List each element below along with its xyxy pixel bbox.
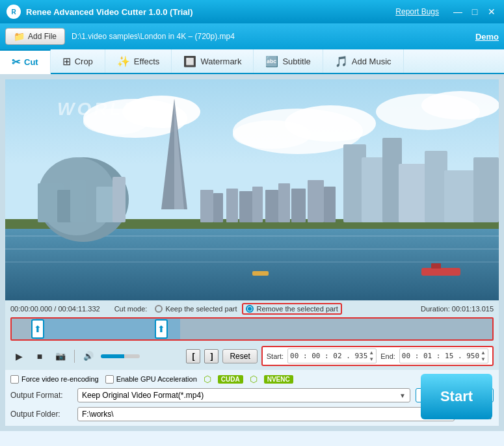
gpu-icon-nvidia2: ⬡ (250, 374, 258, 384)
tab-effects[interactable]: ✨ Effects (105, 49, 172, 73)
tab-subtitle[interactable]: 🔤 Subtitle (254, 49, 323, 73)
svg-text:WORLD: WORLD (57, 99, 139, 119)
time-inputs-box: Start: 00 : 00 : 02 . 935 ▲ ▼ End: 00 : … (261, 346, 494, 366)
svg-rect-31 (200, 190, 213, 222)
report-bugs-link[interactable]: Report Bugs (395, 7, 439, 16)
toolbar: 📁 Add File D:\1.video samples\London in … (0, 23, 504, 49)
add-file-button[interactable]: 📁 Add File (5, 28, 65, 45)
start-up-spinner[interactable]: ▲ (369, 350, 374, 356)
end-time-input[interactable]: 00 : 01 : 15 . 950 ▲ ▼ (399, 348, 488, 363)
end-down-spinner[interactable]: ▼ (481, 356, 486, 363)
snapshot-button[interactable]: 📷 (52, 348, 69, 365)
add-file-icon: 📁 (14, 31, 25, 42)
end-spinners: ▲ ▼ (481, 350, 486, 362)
video-player: WORLD (5, 79, 499, 300)
titlebar: R Renee Advanced Video Cutter 1.0.0 (Tri… (0, 0, 504, 23)
tab-crop[interactable]: ⊞ Crop (51, 49, 105, 73)
enable-gpu-check (105, 375, 114, 384)
enable-gpu-label: Enable GPU Acceleration (116, 375, 197, 383)
enable-gpu-checkbox[interactable]: Enable GPU Acceleration (105, 375, 197, 384)
tab-subtitle-label: Subtitle (282, 57, 310, 66)
tab-cut-label: Cut (24, 57, 38, 67)
output-folder-path[interactable]: F:\works\ (77, 407, 455, 421)
force-reencode-checkbox[interactable]: Force video re-encoding (10, 375, 99, 384)
output-format-select[interactable]: Keep Original Video Format(*.mp4) ▼ (77, 388, 410, 402)
svg-rect-38 (291, 189, 306, 222)
svg-rect-23 (113, 177, 126, 222)
start-time-input[interactable]: 00 : 00 : 02 . 935 ▲ ▼ (287, 348, 377, 363)
trim-track (12, 319, 492, 339)
timeline-area: 00:00:00.000 / 00:04:11.332 Cut mode: Ke… (5, 300, 499, 370)
svg-rect-12 (5, 248, 499, 250)
mark-in-button[interactable]: [ (186, 349, 200, 363)
stop-button[interactable]: ■ (31, 348, 48, 365)
current-time-display: 00:00:00.000 / 00:04:11.332 (10, 305, 100, 313)
svg-rect-35 (252, 187, 263, 222)
trim-handle-left[interactable]: ⬆ (31, 319, 44, 339)
remove-selected-radio[interactable]: Remove the selected part (246, 305, 338, 313)
file-path-display: D:\1.video samples\London in 4K – (720p)… (72, 32, 475, 41)
keep-radio-circle (155, 305, 163, 313)
maximize-button[interactable]: □ (469, 6, 481, 18)
tab-cut[interactable]: ✂ Cut (0, 49, 51, 74)
end-time-value: 00 : 01 : 15 . 950 (402, 352, 479, 360)
trim-slider[interactable]: ⬆ ⬆ (10, 317, 494, 341)
force-reencode-label: Force video re-encoding (21, 375, 99, 383)
minimize-button[interactable]: — (452, 6, 464, 18)
end-up-spinner[interactable]: ▲ (481, 350, 486, 356)
app-logo: R (7, 5, 21, 19)
svg-rect-21 (70, 180, 86, 222)
svg-rect-41 (421, 268, 460, 276)
mark-out-button[interactable]: ] (204, 349, 219, 363)
start-button[interactable]: Start (421, 374, 492, 419)
cuda-badge: CUDA (218, 375, 243, 384)
svg-point-8 (421, 91, 499, 120)
start-down-spinner[interactable]: ▼ (369, 356, 374, 363)
time-info-row: 00:00:00.000 / 00:04:11.332 Cut mode: Ke… (10, 303, 494, 315)
volume-button[interactable]: 🔊 (80, 348, 97, 365)
play-button[interactable]: ▶ (10, 348, 27, 365)
window-controls: — □ ✕ (452, 6, 497, 18)
svg-rect-42 (431, 263, 441, 269)
keep-label: Keep the selected part (165, 305, 237, 313)
duration-display: Duration: 00:01:13.015 (421, 305, 494, 313)
remove-label: Remove the selected part (256, 305, 338, 313)
tab-addmusic[interactable]: 🎵 Add Music (323, 49, 404, 73)
tab-effects-label: Effects (134, 57, 160, 66)
duration-value: 00:01:13.015 (452, 305, 494, 313)
svg-point-6 (233, 120, 311, 149)
output-format-label: Output Format: (10, 391, 72, 400)
remove-radio-dot (248, 307, 252, 311)
tab-watermark-label: Watermark (200, 57, 241, 66)
start-spinners: ▲ ▼ (369, 350, 374, 362)
cut-icon: ✂ (12, 56, 20, 68)
volume-slider[interactable] (101, 354, 140, 358)
svg-rect-33 (226, 189, 238, 222)
svg-rect-30 (473, 157, 499, 222)
tab-addmusic-label: Add Music (352, 57, 391, 66)
left-handle-icon: ⬆ (34, 324, 42, 334)
end-label: End: (380, 352, 395, 360)
watermark-icon: 🔲 (183, 55, 196, 68)
crop-icon: ⊞ (62, 55, 71, 68)
volume-separator (74, 350, 75, 363)
tab-watermark[interactable]: 🔲 Watermark (172, 49, 254, 73)
trim-handle-right[interactable]: ⬆ (155, 319, 168, 339)
subtitle-icon: 🔤 (265, 55, 278, 68)
right-handle-icon: ⬆ (157, 324, 165, 334)
svg-rect-28 (425, 151, 447, 222)
reset-button[interactable]: Reset (222, 349, 257, 363)
close-button[interactable]: ✕ (486, 6, 497, 18)
gpu-icon-nvidia: ⬡ (204, 374, 211, 384)
start-time-value: 00 : 00 : 02 . 935 (290, 352, 367, 360)
svg-rect-32 (213, 193, 223, 222)
addmusic-icon: 🎵 (335, 55, 348, 68)
remove-radio-circle (246, 305, 254, 313)
svg-rect-36 (265, 190, 278, 222)
svg-rect-29 (444, 170, 477, 222)
output-format-value: Keep Original Video Format(*.mp4) (82, 391, 204, 400)
demo-button[interactable]: Demo (475, 32, 499, 42)
controls-row: ▶ ■ 📷 🔊 [ ] Reset Start: 00 : 00 : 02 . … (10, 343, 494, 369)
svg-rect-39 (308, 180, 324, 222)
keep-selected-radio[interactable]: Keep the selected part (155, 305, 237, 313)
